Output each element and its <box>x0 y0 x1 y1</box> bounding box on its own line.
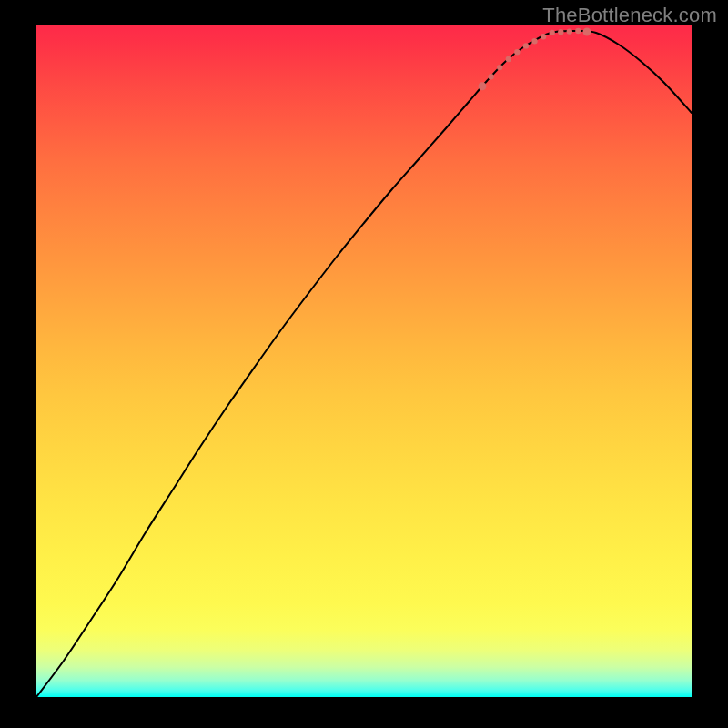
plot-area <box>36 25 692 697</box>
flat-region-dot <box>523 43 529 48</box>
flat-region-dot <box>575 28 581 34</box>
curve-svg <box>36 25 692 697</box>
flat-region-dot <box>558 29 563 35</box>
watermark-text: TheBottleneck.com <box>542 4 717 27</box>
flat-region-dot <box>550 30 555 35</box>
flat-region-dot <box>488 74 493 79</box>
flat-region-dot <box>583 28 592 36</box>
flat-region-dot <box>514 49 520 55</box>
flat-region-dot <box>497 65 502 70</box>
bottleneck-curve <box>36 31 692 697</box>
flat-region-dot <box>541 34 546 39</box>
flat-region-dot <box>506 56 511 62</box>
flat-region-dot <box>531 38 537 44</box>
flat-region-markers <box>479 28 592 91</box>
flat-region-dot <box>479 82 487 90</box>
flat-region-dot <box>567 28 572 34</box>
chart-frame: TheBottleneck.com <box>0 0 728 728</box>
